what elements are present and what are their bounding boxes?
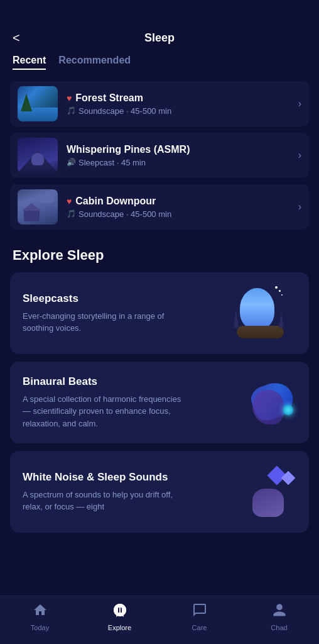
nav-item-explore[interactable]: Explore xyxy=(101,602,139,631)
card-title: White Noise & Sleep Sounds xyxy=(23,471,187,484)
list-item[interactable]: ♥ Forest Stream 🎵 Soundscape · 45-500 mi… xyxy=(10,81,309,126)
soundscape-icon: 🎵 xyxy=(67,106,76,115)
card-description: A spectrum of sounds to help you drift o… xyxy=(23,489,187,513)
bottom-navigation: Today Explore Care Chad xyxy=(0,596,319,644)
item-thumbnail xyxy=(18,138,58,173)
binaural-illustration xyxy=(234,374,296,431)
tab-recent[interactable]: Recent xyxy=(13,55,46,70)
item-meta: 🎵 Soundscape · 45-500 min xyxy=(67,106,293,116)
card-title: Sleepcasts xyxy=(23,292,187,305)
card-title: Binaural Beats xyxy=(23,375,187,388)
card-text: Binaural Beats A special collection of h… xyxy=(23,375,187,430)
sleepcast-icon: 🔊 xyxy=(67,158,76,167)
item-title: ♥ Cabin Downpour xyxy=(67,196,293,207)
card-text: Sleepcasts Ever-changing storytelling in… xyxy=(23,292,187,335)
item-info: ♥ Cabin Downpour 🎵 Soundscape · 45-500 m… xyxy=(67,196,293,219)
card-text: White Noise & Sleep Sounds A spectrum of… xyxy=(23,471,187,513)
item-thumbnail xyxy=(18,189,58,225)
explore-cards: Sleepcasts Ever-changing storytelling in… xyxy=(0,272,319,533)
nav-label-chad: Chad xyxy=(271,624,287,631)
item-title: Whispering Pines (ASMR) xyxy=(67,144,293,155)
item-info: Whispering Pines (ASMR) 🔊 Sleepcast · 45… xyxy=(67,144,293,167)
explore-card-white-noise[interactable]: White Noise & Sleep Sounds A spectrum of… xyxy=(10,451,309,533)
chevron-right-icon: › xyxy=(298,98,301,109)
item-meta: 🎵 Soundscape · 45-500 min xyxy=(67,209,293,219)
heart-icon: ♥ xyxy=(67,93,72,103)
soundscape-icon: 🎵 xyxy=(67,209,76,218)
nav-item-today[interactable]: Today xyxy=(21,602,59,631)
header: < Sleep xyxy=(0,0,319,55)
whitenoise-illustration xyxy=(234,464,296,520)
list-item[interactable]: Whispering Pines (ASMR) 🔊 Sleepcast · 45… xyxy=(10,133,309,178)
explore-card-sleepcasts[interactable]: Sleepcasts Ever-changing storytelling in… xyxy=(10,272,309,354)
item-title: ♥ Forest Stream xyxy=(67,92,293,104)
list-item[interactable]: ♥ Cabin Downpour 🎵 Soundscape · 45-500 m… xyxy=(10,184,309,230)
person-icon xyxy=(272,602,287,621)
nav-label-care: Care xyxy=(192,624,207,631)
card-description: Ever-changing storytelling in a range of… xyxy=(23,310,187,335)
care-icon xyxy=(192,602,207,621)
recent-list: ♥ Forest Stream 🎵 Soundscape · 45-500 mi… xyxy=(0,81,319,235)
nav-item-care[interactable]: Care xyxy=(181,602,219,631)
item-thumbnail xyxy=(18,86,58,121)
item-meta: 🔊 Sleepcast · 45 min xyxy=(67,158,293,167)
card-description: A special collection of harmonic frequen… xyxy=(23,393,187,430)
nav-label-today: Today xyxy=(31,624,49,631)
back-button[interactable]: < xyxy=(13,31,20,45)
heart-icon: ♥ xyxy=(67,196,72,206)
section-title: Explore Sleep xyxy=(0,235,319,272)
tabs-container: Recent Recommended xyxy=(0,55,319,70)
explore-card-binaural[interactable]: Binaural Beats A special collection of h… xyxy=(10,362,309,443)
item-info: ♥ Forest Stream 🎵 Soundscape · 45-500 mi… xyxy=(67,92,293,116)
tab-recommended[interactable]: Recommended xyxy=(58,55,131,70)
page-title: Sleep xyxy=(144,31,175,45)
chevron-right-icon: › xyxy=(298,150,301,161)
nav-label-explore: Explore xyxy=(108,624,131,631)
nav-item-chad[interactable]: Chad xyxy=(261,602,298,631)
sleepcasts-illustration xyxy=(234,285,296,341)
chevron-right-icon: › xyxy=(298,201,301,213)
explore-icon xyxy=(112,602,127,621)
home-icon xyxy=(33,602,48,621)
